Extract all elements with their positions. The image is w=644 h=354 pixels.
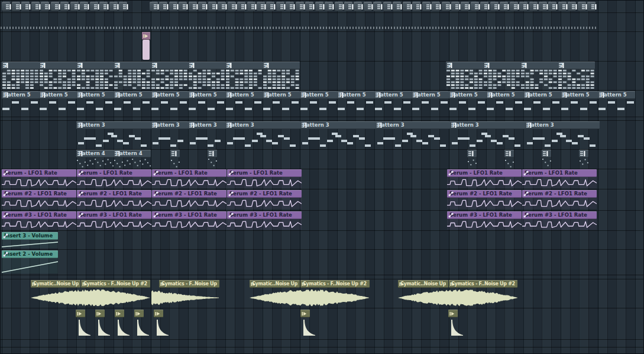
- mini-pattern-clip[interactable]: [305, 2, 313, 11]
- hit-clip-header[interactable]: [95, 310, 105, 317]
- mini-pattern-clip[interactable]: [99, 2, 108, 11]
- pattern-clip-2[interactable]: 2: [151, 62, 188, 69]
- pattern-clip-5[interactable]: Pattern 5: [486, 91, 523, 99]
- selected-audio-clip-header[interactable]: [142, 32, 150, 40]
- mini-pattern-clip[interactable]: [442, 2, 450, 11]
- audio-clip-header[interactable]: Cymatics - F..Noise Up #2: [300, 280, 370, 288]
- hit-clip-header[interactable]: [76, 310, 85, 317]
- pattern-clip-5[interactable]: Pattern 5: [449, 91, 486, 99]
- mini-pattern-clip[interactable]: [286, 2, 294, 11]
- mini-pattern-clip[interactable]: [461, 2, 469, 11]
- automation-clip-serum[interactable]: Serum #2 - LFO1 Rate: [447, 190, 522, 198]
- pattern-clip-5[interactable]: Pattern 5: [263, 91, 300, 99]
- automation-clip-serum[interactable]: Serum #3 - LFO1 Rate: [447, 211, 522, 219]
- pattern-clip-5[interactable]: Pattern 5: [151, 91, 188, 99]
- automation-clip-serum[interactable]: Serum #2 - LFO1 Rate: [2, 190, 76, 198]
- mini-pattern-clip[interactable]: [412, 2, 420, 11]
- automation-clip-serum[interactable]: Serum #2 - LFO1 Rate: [77, 190, 151, 198]
- pattern-clip-5[interactable]: Pattern 5: [76, 91, 114, 99]
- mini-pattern-clip[interactable]: [51, 2, 59, 11]
- mini-pattern-clip[interactable]: [480, 2, 488, 11]
- pattern-clip-5[interactable]: Pattern 5: [412, 91, 449, 99]
- hit-clip-header[interactable]: [154, 310, 163, 317]
- mini-pattern-clip[interactable]: [237, 2, 245, 11]
- mini-pattern-clip[interactable]: [471, 2, 479, 11]
- automation-clip-serum[interactable]: Serum - LFO1 Rate: [447, 169, 522, 177]
- pattern-clip-2[interactable]: 2: [76, 62, 114, 69]
- mini-pattern-clip[interactable]: [159, 2, 167, 11]
- hit-clip-header[interactable]: [448, 310, 458, 317]
- pattern-clip-5[interactable]: Pattern 5: [188, 91, 225, 99]
- pattern-clip-5[interactable]: Pattern 5: [374, 91, 412, 99]
- audio-clip-header[interactable]: Cymatics - F..Noise Up #2: [81, 280, 150, 288]
- mini-pattern-clip[interactable]: [403, 2, 411, 11]
- mini-pattern-clip[interactable]: [109, 2, 118, 11]
- pattern-clip-4-mini[interactable]: [467, 150, 477, 157]
- pattern-clip-2[interactable]: 2: [446, 62, 483, 69]
- pattern-clip-2[interactable]: 2: [188, 62, 225, 69]
- playlist-grid[interactable]: 222222222222Pattern 5Pattern 5Pattern 5P…: [0, 0, 644, 354]
- pattern-clip-3[interactable]: Pattern 3: [151, 121, 188, 129]
- mini-pattern-clip[interactable]: [31, 2, 40, 11]
- pattern-clip-2[interactable]: 2: [558, 62, 595, 69]
- mini-pattern-clip[interactable]: [208, 2, 216, 11]
- pattern-clip-5[interactable]: Pattern 5: [114, 91, 151, 99]
- mini-pattern-clip[interactable]: [422, 2, 431, 11]
- mini-pattern-clip[interactable]: [169, 2, 177, 11]
- audio-clip-header[interactable]: Cymatic..Noise Up: [250, 280, 300, 288]
- mini-pattern-clip[interactable]: [364, 2, 372, 11]
- automation-clip-serum[interactable]: Serum #2 - LFO1 Rate: [152, 190, 226, 198]
- pattern-clip-5[interactable]: Pattern 5: [337, 91, 374, 99]
- mini-pattern-clip[interactable]: [80, 2, 88, 11]
- automation-clip-serum[interactable]: Serum #3 - LFO1 Rate: [77, 211, 151, 219]
- pattern-clip-5[interactable]: Pattern 5: [598, 91, 635, 99]
- mini-pattern-clip[interactable]: [578, 2, 586, 11]
- mini-pattern-clip[interactable]: [41, 2, 49, 11]
- mini-pattern-clip[interactable]: [432, 2, 440, 11]
- automation-clip-serum[interactable]: Serum - LFO1 Rate: [77, 169, 151, 177]
- mini-pattern-clip[interactable]: [568, 2, 576, 11]
- mini-pattern-clip[interactable]: [247, 2, 255, 11]
- pattern-clip-5[interactable]: Pattern 5: [561, 91, 598, 99]
- mini-pattern-clip[interactable]: [558, 2, 567, 11]
- pattern-clip-4-mini[interactable]: [170, 150, 180, 157]
- hit-clip-header[interactable]: [300, 310, 310, 317]
- pattern-clip-3[interactable]: Pattern 3: [225, 121, 300, 129]
- automation-clip-serum[interactable]: Serum - LFO1 Rate: [522, 169, 597, 177]
- pattern-clip-5[interactable]: Pattern 5: [39, 91, 76, 99]
- mini-pattern-clip[interactable]: [315, 2, 323, 11]
- mini-pattern-clip[interactable]: [90, 2, 98, 11]
- automation-clip-serum[interactable]: Serum #3 - LFO1 Rate: [2, 211, 76, 219]
- mini-pattern-clip[interactable]: [189, 2, 197, 11]
- pattern-clip-2[interactable]: 2: [39, 62, 76, 69]
- hit-clip-header[interactable]: [115, 310, 124, 317]
- mini-pattern-clip[interactable]: [373, 2, 381, 11]
- pattern-clip-4[interactable]: Pattern 4: [76, 150, 114, 157]
- mini-pattern-clip[interactable]: [325, 2, 333, 11]
- automation-clip-serum[interactable]: Serum - LFO1 Rate: [2, 169, 76, 177]
- mini-pattern-clip[interactable]: [60, 2, 69, 11]
- mini-pattern-clip[interactable]: [548, 2, 556, 11]
- pattern-clip-5[interactable]: Pattern 5: [225, 91, 263, 99]
- audio-clip-header[interactable]: Cymatics - F..Noise Up #2: [449, 280, 517, 288]
- audio-clip-header[interactable]: Cymatic..Noise Up: [398, 280, 448, 288]
- pattern-clip-3[interactable]: Pattern 3: [450, 121, 525, 129]
- mini-pattern-clip[interactable]: [451, 2, 459, 11]
- automation-clip-serum[interactable]: Serum #3 - LFO1 Rate: [227, 211, 302, 219]
- mini-pattern-clip[interactable]: [119, 2, 127, 11]
- hit-clip-header[interactable]: [134, 310, 144, 317]
- insert-automation-clip[interactable]: Insert 2 - Volume: [2, 250, 58, 258]
- pattern-clip-4-mini[interactable]: [542, 150, 551, 157]
- pattern-clip-2[interactable]: 2: [483, 62, 520, 69]
- pattern-clip-3[interactable]: Pattern 3: [76, 121, 151, 129]
- mini-pattern-clip[interactable]: [296, 2, 304, 11]
- automation-clip-serum[interactable]: Serum #2 - LFO1 Rate: [522, 190, 597, 198]
- pattern-clip-3[interactable]: Pattern 3: [300, 121, 376, 129]
- mini-pattern-clip[interactable]: [21, 2, 30, 11]
- mini-pattern-clip[interactable]: [344, 2, 352, 11]
- mini-pattern-clip[interactable]: [218, 2, 226, 11]
- mini-pattern-clip[interactable]: [539, 2, 547, 11]
- pattern-clip-4-mini[interactable]: [579, 150, 588, 157]
- pattern-clip-5[interactable]: Pattern 5: [523, 91, 561, 99]
- mini-pattern-clip[interactable]: [266, 2, 274, 11]
